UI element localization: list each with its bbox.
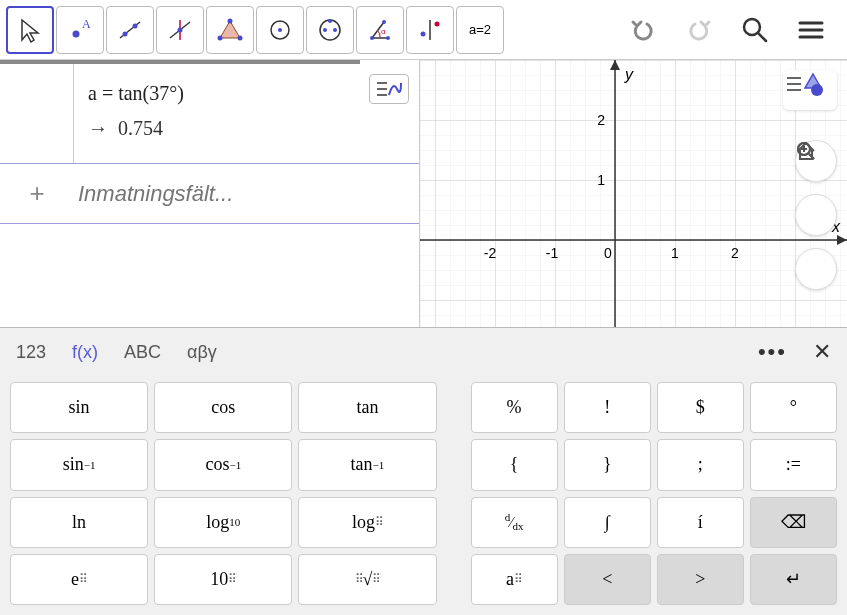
tool-perpendicular[interactable] (156, 6, 204, 54)
svg-text:-2: -2 (484, 245, 497, 261)
svg-point-13 (278, 28, 282, 32)
svg-point-7 (178, 27, 183, 32)
kb-tab-abc[interactable]: ABC (124, 342, 161, 363)
key-asin[interactable]: sin−1 (10, 439, 148, 490)
svg-text:α: α (381, 27, 386, 36)
svg-point-24 (435, 21, 440, 26)
key-integral[interactable]: ∫ (564, 497, 651, 548)
key-[interactable]: { (471, 439, 558, 490)
key-logn[interactable]: log⠿ (298, 497, 436, 548)
key-[interactable]: ; (657, 439, 744, 490)
key-[interactable]: ° (750, 382, 837, 433)
entry-output: → 0.754 (88, 117, 405, 140)
tool-circle[interactable] (256, 6, 304, 54)
key-acos[interactable]: cos−1 (154, 439, 292, 490)
search-button[interactable] (737, 12, 773, 48)
svg-line-2 (120, 22, 140, 38)
svg-text:0: 0 (604, 245, 612, 261)
main-area: a = tan(37°) → 0.754 + (0, 60, 847, 327)
kb-more-button[interactable]: ••• (758, 339, 787, 365)
expr-eq: = (97, 82, 118, 104)
input-field[interactable] (74, 171, 419, 217)
key-left[interactable]: < (564, 554, 651, 605)
key-right[interactable]: > (657, 554, 744, 605)
key-deriv[interactable]: d⁄dx (471, 497, 558, 548)
menu-button[interactable] (793, 12, 829, 48)
keyboard-tabs: 123 f(x) ABC αβγ ••• ✕ (0, 328, 847, 376)
graphics-view[interactable]: y x -2 -1 0 1 2 1 2 (420, 60, 847, 327)
tool-angle[interactable]: α (356, 6, 404, 54)
key-sin[interactable]: sin (10, 382, 148, 433)
svg-point-3 (123, 31, 128, 36)
kb-tab-123[interactable]: 123 (16, 342, 46, 363)
svg-point-0 (73, 30, 80, 37)
tool-move[interactable] (6, 6, 54, 54)
add-entry-button[interactable]: + (0, 178, 74, 209)
entry-handle[interactable] (0, 64, 74, 163)
tool-line[interactable] (106, 6, 154, 54)
svg-point-17 (328, 19, 332, 23)
key-nroot[interactable]: ⠿√⠿ (298, 554, 436, 605)
undo-button[interactable] (625, 12, 661, 48)
out-value: 0.754 (118, 117, 163, 139)
key-[interactable]: % (471, 382, 558, 433)
tool-group: A α a=2 (6, 6, 504, 54)
key-exp[interactable]: e⠿ (10, 554, 148, 605)
key-[interactable]: := (750, 439, 837, 490)
key-log10[interactable]: log10 (154, 497, 292, 548)
svg-point-16 (333, 28, 337, 32)
zoom-out-button[interactable] (795, 248, 837, 290)
kb-tab-greek[interactable]: αβγ (187, 342, 217, 363)
toolbar-right (625, 12, 841, 48)
tool-slider[interactable]: a=2 (456, 6, 504, 54)
key-backspace[interactable]: ⌫ (750, 497, 837, 548)
svg-text:1: 1 (597, 172, 605, 188)
entry-expression: a = tan(37°) (88, 82, 405, 105)
kb-tab-fx[interactable]: f(x) (72, 342, 98, 363)
key-enter[interactable]: ↵ (750, 554, 837, 605)
svg-line-56 (809, 154, 814, 159)
tool-reflect[interactable] (406, 6, 454, 54)
key-pow10[interactable]: 10⠿ (154, 554, 292, 605)
zoom-in-button[interactable] (795, 194, 837, 236)
keyboard-grid: sincostan%!$°sin−1cos−1tan−1{};:=lnlog10… (0, 376, 847, 615)
key-cos[interactable]: cos (154, 382, 292, 433)
tool-polygon[interactable] (206, 6, 254, 54)
out-arrow: → (88, 117, 108, 139)
svg-point-9 (228, 18, 233, 23)
svg-point-23 (421, 31, 426, 36)
key-ln[interactable]: ln (10, 497, 148, 548)
input-row: + (0, 164, 419, 224)
expr-func: tan (118, 82, 142, 104)
kb-close-button[interactable]: ✕ (813, 339, 831, 365)
tool-slider-label: a=2 (469, 22, 491, 37)
expr-arg: (37°) (143, 82, 184, 104)
key-subscript[interactable]: a⠿ (471, 554, 558, 605)
algebra-entry[interactable]: a = tan(37°) → 0.754 (0, 64, 419, 164)
expr-var: a (88, 82, 97, 104)
svg-point-15 (323, 28, 327, 32)
graphics-buttons (795, 140, 837, 290)
svg-text:1: 1 (671, 245, 679, 261)
svg-text:A: A (82, 17, 91, 31)
svg-point-11 (218, 35, 223, 40)
tool-ellipse[interactable] (306, 6, 354, 54)
output-toggle-button[interactable] (369, 74, 409, 104)
virtual-keyboard: 123 f(x) ABC αβγ ••• ✕ sincostan%!$°sin−… (0, 327, 847, 615)
algebra-view: a = tan(37°) → 0.754 + (0, 60, 420, 327)
key-atan[interactable]: tan−1 (298, 439, 436, 490)
style-bar-button[interactable] (783, 70, 837, 110)
key-tan[interactable]: tan (298, 382, 436, 433)
redo-button[interactable] (681, 12, 717, 48)
svg-point-20 (382, 20, 386, 24)
svg-point-50 (811, 84, 823, 96)
svg-point-4 (133, 23, 138, 28)
key-[interactable]: } (564, 439, 651, 490)
svg-point-10 (238, 35, 243, 40)
entry-body: a = tan(37°) → 0.754 (74, 64, 419, 163)
svg-point-19 (386, 36, 390, 40)
tool-point[interactable]: A (56, 6, 104, 54)
key-[interactable]: ! (564, 382, 651, 433)
key-[interactable]: $ (657, 382, 744, 433)
key-iacute[interactable]: í (657, 497, 744, 548)
